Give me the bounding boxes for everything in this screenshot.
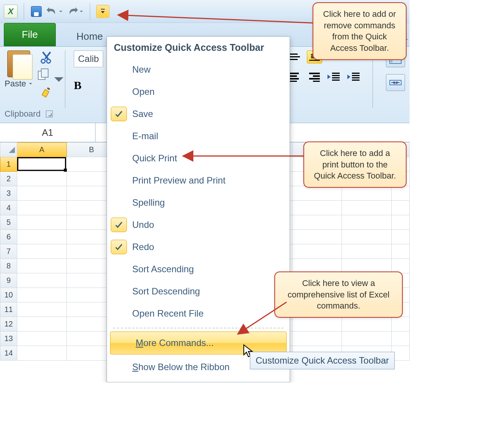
row-header[interactable]: 10: [0, 288, 17, 302]
annotation-callout-top: Click here to add or remove commands fro…: [313, 2, 407, 60]
column-header[interactable]: A: [17, 143, 67, 157]
row-header[interactable]: 12: [0, 317, 17, 332]
name-box[interactable]: A1: [0, 123, 96, 142]
cell[interactable]: [17, 157, 67, 172]
select-all-button[interactable]: [0, 143, 17, 157]
increase-indent-icon[interactable]: [347, 72, 360, 82]
align-right-icon[interactable]: [307, 72, 320, 82]
row-header[interactable]: 5: [0, 215, 17, 230]
cell[interactable]: [342, 259, 392, 273]
bold-button[interactable]: B: [74, 79, 103, 92]
cell[interactable]: [292, 230, 342, 244]
cell[interactable]: [292, 244, 342, 259]
dialog-launcher-icon[interactable]: [46, 110, 53, 117]
cell[interactable]: [17, 332, 67, 346]
cell[interactable]: [292, 215, 342, 230]
menu-item[interactable]: Print Preview and Print: [107, 169, 290, 192]
check-icon: [111, 62, 127, 77]
cell[interactable]: [392, 201, 410, 215]
cell[interactable]: [392, 230, 410, 244]
font-name-combo[interactable]: Calib: [74, 50, 103, 67]
svg-text:a: a: [394, 81, 397, 85]
qat-customize-button[interactable]: [96, 5, 109, 18]
dropdown-icon[interactable]: [58, 9, 63, 14]
row-header[interactable]: 4: [0, 201, 17, 215]
menu-item-more-commands[interactable]: More Commands...: [110, 332, 287, 354]
cell[interactable]: [392, 186, 410, 201]
row-header[interactable]: 13: [0, 332, 17, 346]
row-header[interactable]: 1: [0, 157, 17, 172]
paste-button[interactable]: Paste: [5, 79, 33, 89]
qat-redo-button[interactable]: [67, 6, 84, 16]
check-icon: [111, 173, 127, 188]
copy-icon[interactable]: [37, 68, 57, 82]
cell[interactable]: [17, 317, 67, 332]
menu-item[interactable]: Sort Descending: [107, 280, 290, 302]
menu-item[interactable]: Redo: [107, 236, 290, 258]
cell[interactable]: [292, 201, 342, 215]
separator: [65, 50, 65, 108]
cell[interactable]: [17, 273, 67, 288]
menu-item[interactable]: Save: [107, 103, 290, 125]
menu-item-accel: S: [132, 362, 138, 372]
menu-item[interactable]: Undo: [107, 214, 290, 236]
cell[interactable]: [17, 259, 67, 273]
row-header[interactable]: 8: [0, 259, 17, 273]
menu-item-label: Spelling: [132, 197, 165, 208]
menu-item-label: Open Recent File: [132, 308, 204, 319]
decrease-indent-icon[interactable]: [327, 72, 340, 82]
row-header[interactable]: 3: [0, 186, 17, 201]
tab-home[interactable]: Home: [66, 25, 113, 46]
dropdown-icon[interactable]: [28, 81, 33, 86]
cell[interactable]: [17, 230, 67, 244]
svg-rect-22: [290, 75, 297, 77]
cell[interactable]: [17, 302, 67, 317]
menu-item-label: Undo: [132, 219, 154, 230]
cell[interactable]: [342, 230, 392, 244]
cell[interactable]: [17, 215, 67, 230]
cell[interactable]: [17, 346, 67, 361]
cell[interactable]: [17, 186, 67, 201]
cell[interactable]: [342, 244, 392, 259]
menu-item[interactable]: Sort Ascending: [107, 258, 290, 280]
paste-icon[interactable]: [7, 50, 30, 77]
cell[interactable]: [342, 332, 392, 346]
dropdown-icon[interactable]: [52, 73, 57, 77]
menu-item[interactable]: E-mail: [107, 125, 290, 147]
cell[interactable]: [17, 201, 67, 215]
row-header[interactable]: 7: [0, 244, 17, 259]
row-header[interactable]: 6: [0, 230, 17, 244]
cut-icon[interactable]: [40, 50, 53, 64]
cell[interactable]: [392, 259, 410, 273]
cell[interactable]: [17, 172, 67, 186]
menu-item[interactable]: Open Recent File: [107, 302, 290, 325]
format-painter-icon[interactable]: [40, 86, 53, 99]
menu-item[interactable]: New: [107, 58, 290, 81]
cell[interactable]: [342, 186, 392, 201]
cell[interactable]: [17, 288, 67, 302]
cell[interactable]: [342, 317, 392, 332]
cell[interactable]: [292, 186, 342, 201]
cell[interactable]: [292, 317, 342, 332]
cell[interactable]: [292, 259, 342, 273]
cell[interactable]: [392, 332, 410, 346]
dropdown-icon[interactable]: [79, 9, 84, 14]
cell[interactable]: [17, 244, 67, 259]
cell[interactable]: [342, 215, 392, 230]
cell[interactable]: [392, 244, 410, 259]
menu-item[interactable]: Quick Print: [107, 147, 290, 169]
row-header[interactable]: 9: [0, 273, 17, 288]
cell[interactable]: [392, 215, 410, 230]
qat-undo-button[interactable]: [46, 6, 63, 16]
row-header[interactable]: 14: [0, 346, 17, 361]
cell[interactable]: [392, 317, 410, 332]
qat-save-button[interactable]: [30, 5, 42, 18]
row-header[interactable]: 11: [0, 302, 17, 317]
row-header[interactable]: 2: [0, 172, 17, 186]
menu-item[interactable]: Open: [107, 81, 290, 103]
cell[interactable]: [292, 332, 342, 346]
merge-center-icon[interactable]: a: [386, 74, 405, 91]
cell[interactable]: [342, 201, 392, 215]
menu-item[interactable]: Spelling: [107, 192, 290, 214]
tab-file[interactable]: File: [4, 23, 56, 46]
